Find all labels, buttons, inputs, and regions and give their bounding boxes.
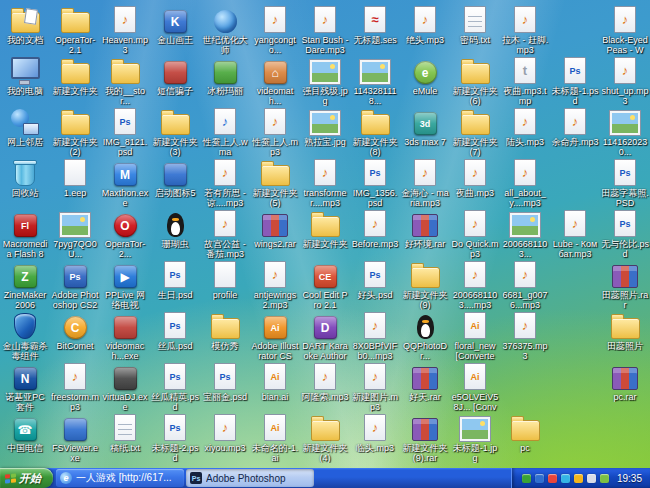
desktop-icon[interactable]: virtuaDJ.exe bbox=[100, 361, 150, 411]
desktop-icon[interactable]: ♪夜曲.mp3 bbox=[450, 157, 500, 207]
desktop-icon[interactable]: 1141620230... bbox=[600, 106, 650, 156]
desktop-icon[interactable]: ♪Lube - Комбат.mp3 bbox=[550, 208, 600, 258]
desktop-icon[interactable]: pc bbox=[500, 412, 550, 462]
antivirus-tray-icon[interactable] bbox=[522, 474, 531, 483]
desktop-icon[interactable]: ⌂videomath... bbox=[250, 55, 300, 105]
desktop-icon[interactable]: ♪376375.mp3 bbox=[500, 310, 550, 360]
desktop-icon[interactable]: ♪yangcongto... bbox=[250, 4, 300, 54]
desktop-icon[interactable]: 2006681103... bbox=[500, 208, 550, 258]
desktop-icon[interactable]: 冰粉玛丽 bbox=[200, 55, 250, 105]
desktop-icon[interactable]: t夜曲.mp3.tmp bbox=[500, 55, 550, 105]
desktop-icon[interactable]: Ps无与伦比.psd bbox=[600, 208, 650, 258]
desktop-icon[interactable]: CBitComet bbox=[50, 310, 100, 360]
desktop-icon[interactable]: ♪transformer....mp3 bbox=[300, 157, 350, 207]
desktop-icon[interactable]: OperaTor-2.1 bbox=[50, 4, 100, 54]
desktop-icon[interactable]: Ps宝丽金.psd bbox=[200, 361, 250, 411]
desktop-icon[interactable]: ♪Do Quick.mp3 bbox=[450, 208, 500, 258]
desktop-icon[interactable]: PsAdobe Photoshop CS2 bbox=[50, 259, 100, 309]
desktop-icon[interactable]: ♪若有所思 - 谅....mp3 bbox=[200, 157, 250, 207]
desktop-icon[interactable]: Aibian.ai bbox=[250, 361, 300, 411]
desktop-icon[interactable]: Ps田蕊字幕照.PSD bbox=[600, 157, 650, 207]
desktop-icon[interactable]: 强目残圾.jpg bbox=[300, 55, 350, 105]
desktop-icon[interactable]: PsIMG_8121.psd bbox=[100, 106, 150, 156]
desktop-icon[interactable]: ♪余命舟.mp3 bbox=[550, 106, 600, 156]
desktop-icon[interactable]: 1.eep bbox=[50, 157, 100, 207]
desktop-icon[interactable]: ♪绝头.mp3 bbox=[400, 4, 450, 54]
kingsoft-tray-icon[interactable] bbox=[535, 474, 544, 483]
start-button[interactable]: 开始 bbox=[0, 468, 53, 488]
messenger-tray-icon[interactable] bbox=[561, 474, 570, 483]
desktop-icon[interactable]: 新建文件夹 (9).rar bbox=[400, 412, 450, 462]
desktop-icon[interactable]: 田蕊照片 bbox=[600, 310, 650, 360]
desktop-icon[interactable]: ♪Heaven.mp3 bbox=[100, 4, 150, 54]
desktop-icon[interactable]: 新建文件夹 bbox=[300, 208, 350, 258]
desktop-icon[interactable]: ♪Stan Bush - Dare.mp3 bbox=[300, 4, 350, 54]
desktop-icon[interactable]: ♪xiyou.mp3 bbox=[200, 412, 250, 462]
desktop-icon[interactable]: 熟拉宝.jpg bbox=[300, 106, 350, 156]
desktop-icon[interactable]: ♪阿隆索.mp3 bbox=[300, 361, 350, 411]
desktop-icon[interactable]: ♪陆头.mp3 bbox=[500, 106, 550, 156]
desktop-icon[interactable]: ♪故宫公益 - 番茄.mp3 bbox=[200, 208, 250, 258]
desktop-icon[interactable]: Ps生日.psd bbox=[150, 259, 200, 309]
desktop-icon[interactable]: Ps丝瓜.psd bbox=[150, 310, 200, 360]
desktop-icon[interactable]: 好天.rar bbox=[400, 361, 450, 411]
desktop-icon[interactable]: 启动图标5 bbox=[150, 157, 200, 207]
desktop-icon[interactable]: 新建文件夹 (9) bbox=[400, 259, 450, 309]
desktop-icon[interactable]: CECool Edit Pro 2.1 bbox=[300, 259, 350, 309]
desktop-icon[interactable]: PsIMG_1356.psd bbox=[350, 157, 400, 207]
desktop-icon[interactable]: K金山画王 bbox=[150, 4, 200, 54]
desktop-icon[interactable]: 密码.txt bbox=[450, 4, 500, 54]
desktop-icon[interactable]: 田蕊照片.rar bbox=[600, 259, 650, 309]
desktop-icon[interactable]: ♪antjewings2.mp3 bbox=[250, 259, 300, 309]
desktop-icon[interactable]: wings2.rar bbox=[250, 208, 300, 258]
desktop-icon[interactable]: QQPhotoDr... bbox=[400, 310, 450, 360]
desktop-icon[interactable]: OOperaTor-2... bbox=[100, 208, 150, 258]
desktop-icon[interactable]: MMaxthon.exe bbox=[100, 157, 150, 207]
desktop-icon[interactable]: ▶PPLive 网络电视 bbox=[100, 259, 150, 309]
desktop-icon[interactable]: 新建文件夹 bbox=[50, 55, 100, 105]
desktop-icon[interactable]: 新建文件夹 (3) bbox=[150, 106, 200, 156]
desktop-icon[interactable]: eeMule bbox=[400, 55, 450, 105]
desktop-icon[interactable]: 1143281118... bbox=[350, 55, 400, 105]
desktop-icon[interactable]: N诺基亚PC 套件 bbox=[0, 361, 50, 411]
download-tray-icon[interactable] bbox=[574, 474, 583, 483]
desktop-icon[interactable]: 回收站 bbox=[0, 157, 50, 207]
desktop-icon[interactable]: ♪金海心 - maria.mp3 bbox=[400, 157, 450, 207]
desktop[interactable]: 我的文档OperaTor-2.1♪Heaven.mp3K金山画王世纪优化大师♪y… bbox=[0, 0, 650, 468]
desktop-icon[interactable]: Ps未标题-1.psd bbox=[550, 55, 600, 105]
network-tray-icon[interactable] bbox=[600, 474, 609, 483]
desktop-icon[interactable]: 模仿秀 bbox=[200, 310, 250, 360]
desktop-icon[interactable]: ♪2006681103....mp3 bbox=[450, 259, 500, 309]
desktop-icon[interactable]: 我的电脑 bbox=[0, 55, 50, 105]
desktop-icon[interactable]: ♪Black-Eyed Peas - Wh... bbox=[600, 4, 650, 54]
desktop-icon[interactable]: 新建文件夹 (8) bbox=[350, 106, 400, 156]
desktop-icon[interactable]: 7pyg7QO0U... bbox=[50, 208, 100, 258]
desktop-icon[interactable]: ♪性蚕上人.mp3 bbox=[250, 106, 300, 156]
qq-tray-icon[interactable] bbox=[548, 474, 557, 483]
desktop-icon[interactable]: ♪临头.mp3 bbox=[350, 412, 400, 462]
desktop-icon[interactable]: ♪all_about_y....mp3 bbox=[500, 157, 550, 207]
desktop-icon[interactable]: ♪shut_up.mp3 bbox=[600, 55, 650, 105]
desktop-icon[interactable]: DDART Karaoke Author bbox=[300, 310, 350, 360]
desktop-icon[interactable]: ZZineMaker 2006 bbox=[0, 259, 50, 309]
desktop-icon[interactable]: 稿纸.txt bbox=[100, 412, 150, 462]
desktop-icon[interactable]: 好环境.rar bbox=[400, 208, 450, 258]
desktop-icon[interactable]: ☎中国电信 bbox=[0, 412, 50, 462]
desktop-icon[interactable]: profile bbox=[200, 259, 250, 309]
desktop-icon[interactable]: ♪新建图片.mp3 bbox=[350, 361, 400, 411]
desktop-icon[interactable]: ♪8X0BPfVIFb0...mp3 bbox=[350, 310, 400, 360]
desktop-icon[interactable]: 我的文档 bbox=[0, 4, 50, 54]
desktop-icon[interactable]: 新建文件夹 (5) bbox=[250, 157, 300, 207]
desktop-icon[interactable]: ♪Before.mp3 bbox=[350, 208, 400, 258]
desktop-icon[interactable]: 新建文件夹 (2) bbox=[50, 106, 100, 156]
desktop-icon[interactable]: Ai未命名的-1.ai bbox=[250, 412, 300, 462]
taskbar-task-button[interactable]: e一人游戏 [http://617... bbox=[56, 469, 184, 487]
volume-tray-icon[interactable] bbox=[587, 474, 596, 483]
desktop-icon[interactable]: ♪freestorm.mp3 bbox=[50, 361, 100, 411]
desktop-icon[interactable]: 金山毒霸杀毒组件 bbox=[0, 310, 50, 360]
desktop-icon[interactable]: Ps丝瓜精英.psd bbox=[150, 361, 200, 411]
desktop-icon[interactable]: ♪6681_g0076...mp3 bbox=[500, 259, 550, 309]
desktop-icon[interactable]: pc.rar bbox=[600, 361, 650, 411]
desktop-icon[interactable]: Ps未标题-2.psd bbox=[150, 412, 200, 462]
desktop-icon[interactable]: 未标题-1.jpg bbox=[450, 412, 500, 462]
